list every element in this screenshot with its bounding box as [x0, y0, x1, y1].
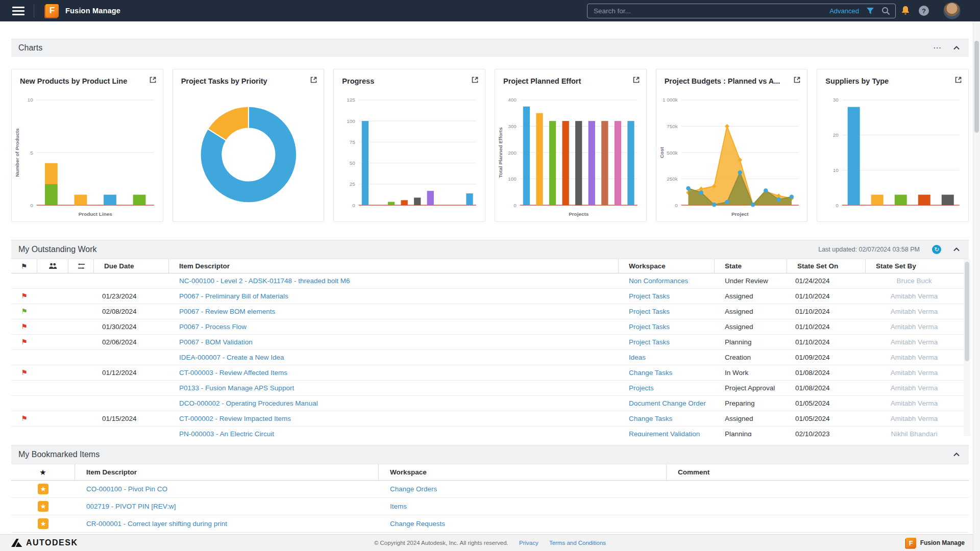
outstanding-table-row[interactable]: ⚑01/30/2024P0067 - Process FlowProject T… [11, 319, 969, 335]
item-link[interactable]: P0067 - Review BOM elements [179, 308, 275, 315]
workspace-link[interactable]: Change Tasks [629, 369, 672, 377]
expand-chart-icon[interactable] [793, 76, 801, 86]
workspace-link[interactable]: Non Conformances [629, 277, 688, 285]
filter-icon[interactable] [866, 7, 874, 15]
search-icon[interactable] [881, 7, 890, 15]
workspace-link[interactable]: Requirement Validation [629, 430, 700, 436]
notifications-bell-icon[interactable] [901, 6, 910, 16]
column-header-workspace[interactable]: Workspace [619, 259, 715, 273]
assignees-column-header[interactable] [37, 259, 68, 273]
workspace-link[interactable]: Change Requests [390, 520, 445, 528]
item-link[interactable]: CT-000003 - Review Affected Items [179, 369, 287, 377]
item-link[interactable]: P0067 - Preliminary Bill of Materials [179, 292, 288, 300]
escalation-column-header[interactable] [68, 259, 94, 273]
item-link[interactable]: CO-000100 - Pivot Pin CO [86, 485, 167, 493]
item-link[interactable]: P0133 - Fusion Manage APS Support [179, 384, 294, 392]
global-search-box[interactable]: Advanced [587, 4, 896, 18]
workspace-link[interactable]: Project Tasks [629, 323, 670, 331]
column-header-due-date[interactable]: Due Date [94, 259, 169, 273]
item-link[interactable]: PN-000003 - An Electric Circuit [179, 430, 274, 436]
assignees-cell [37, 335, 68, 349]
outstanding-table-row[interactable]: NC-000100 - Level 2 - ADSK-011748 - thre… [11, 273, 969, 289]
expand-chart-icon[interactable] [310, 76, 317, 86]
workspace-link[interactable]: Project Tasks [629, 292, 670, 300]
help-icon[interactable]: ? [919, 6, 929, 16]
column-header-state[interactable]: State [715, 259, 787, 273]
flag-column-header[interactable]: ⚑ [11, 259, 37, 273]
svg-text:Total Planned Efforts: Total Planned Efforts [498, 127, 503, 178]
column-header-workspace[interactable]: Workspace [379, 464, 667, 480]
column-header-item-descriptor[interactable]: Item Descriptor [75, 464, 379, 480]
item-descriptor-cell: CR-000001 - Correct layer shifting durin… [75, 520, 379, 528]
bookmark-star-icon[interactable]: ★ [38, 484, 48, 494]
bookmark-star-icon[interactable]: ★ [38, 501, 48, 512]
bookmark-table-row[interactable]: ★CR-000001 - Correct layer shifting duri… [11, 515, 969, 533]
column-header-item-descriptor[interactable]: Item Descriptor [169, 259, 619, 273]
item-descriptor-cell: P0067 - BOM Validation [169, 335, 619, 349]
expand-chart-icon[interactable] [471, 76, 479, 86]
advanced-search-link[interactable]: Advanced [829, 7, 859, 15]
outstanding-table-row[interactable]: ⚑02/06/2024P0067 - BOM ValidationProject… [11, 335, 969, 350]
svg-text:10: 10 [28, 97, 34, 103]
outstanding-table-row[interactable]: IDEA-000007 - Create a New IdeaIdeasCrea… [11, 350, 969, 365]
workspace-link[interactable]: Project Tasks [629, 308, 670, 315]
star-column-header[interactable]: ★ [11, 464, 75, 480]
collapse-charts-icon[interactable] [953, 46, 960, 50]
workspace-link[interactable]: Ideas [629, 354, 646, 361]
outstanding-table-row[interactable]: ⚑01/12/2024CT-000003 - Review Affected I… [11, 365, 969, 381]
refresh-icon[interactable]: ↻ [932, 245, 941, 254]
fusion-manage-logo-icon[interactable]: F [45, 4, 59, 17]
item-link[interactable]: NC-000100 - Level 2 - ADSK-011748 - thre… [179, 277, 350, 285]
workspace-link[interactable]: Items [390, 503, 407, 510]
workspace-link[interactable]: Project Tasks [629, 338, 670, 346]
collapse-outstanding-icon[interactable] [953, 247, 960, 252]
more-options-icon[interactable]: ⋯ [933, 45, 941, 51]
table-scrollbar[interactable] [964, 259, 970, 436]
item-link[interactable]: CT-000002 - Review Impacted Items [179, 415, 291, 422]
workspace-link[interactable]: Document Change Order [629, 399, 706, 407]
svg-text:75: 75 [350, 139, 356, 145]
expand-chart-icon[interactable] [632, 76, 640, 86]
chart-title: Project Budgets : Planned vs A... [656, 69, 807, 88]
column-header-comment[interactable]: Comment [667, 464, 952, 480]
hamburger-menu-icon[interactable] [12, 7, 24, 15]
table-scrollbar-thumb[interactable] [965, 262, 969, 361]
column-header-state-set-by[interactable]: State Set By [866, 259, 963, 273]
workspace-link[interactable]: Change Tasks [629, 415, 672, 422]
outstanding-table-row[interactable]: ⚑02/08/2024P0067 - Review BOM elementsPr… [11, 304, 969, 319]
expand-chart-icon[interactable] [954, 76, 962, 86]
outstanding-table-row[interactable]: P0133 - Fusion Manage APS SupportProject… [11, 381, 969, 396]
search-input[interactable] [594, 7, 829, 15]
bookmark-star-icon[interactable]: ★ [38, 518, 48, 529]
chart-title: Progress [334, 69, 485, 88]
column-header-state-set-on[interactable]: State Set On [787, 259, 866, 273]
item-link[interactable]: DCO-000002 - Operating Procedures Manual [179, 399, 318, 407]
page-scrollbar[interactable] [973, 21, 980, 551]
red-flag-icon: ⚑ [21, 368, 28, 377]
workspace-link[interactable]: Change Orders [390, 485, 437, 493]
state-set-on-cell: 01/09/2024 [787, 350, 866, 365]
page-scrollbar-thumb[interactable] [974, 41, 979, 133]
due-date-cell: 02/08/2024 [94, 304, 169, 319]
terms-link[interactable]: Terms and Conditions [549, 540, 606, 546]
privacy-link[interactable]: Privacy [519, 540, 538, 546]
item-link[interactable]: CR-000001 - Correct layer shifting durin… [86, 520, 227, 528]
user-avatar[interactable] [943, 2, 961, 19]
item-link[interactable]: P0067 - Process Flow [179, 323, 247, 331]
collapse-bookmarks-icon[interactable] [953, 453, 960, 457]
escalation-cell [68, 319, 94, 334]
item-link[interactable]: 002719 - PIVOT PIN [REV:w] [86, 503, 176, 510]
item-link[interactable]: IDEA-000007 - Create a New Idea [179, 354, 284, 361]
item-link[interactable]: P0067 - BOM Validation [179, 338, 253, 346]
due-date-cell [94, 381, 169, 395]
outstanding-table-row[interactable]: DCO-000002 - Operating Procedures Manual… [11, 396, 969, 411]
workspace-link[interactable]: Projects [629, 384, 654, 392]
svg-text:0: 0 [30, 203, 33, 208]
outstanding-table-row[interactable]: ⚑01/15/2024CT-000002 - Review Impacted I… [11, 411, 969, 427]
outstanding-table-row[interactable]: PN-000003 - An Electric CircuitRequireme… [11, 427, 969, 436]
expand-chart-icon[interactable] [149, 76, 157, 86]
chart-title: Project Planned Effort [495, 69, 646, 88]
bookmark-table-row[interactable]: ★CO-000100 - Pivot Pin COChange Orders [11, 481, 969, 498]
outstanding-table-row[interactable]: ⚑01/23/2024P0067 - Preliminary Bill of M… [11, 289, 969, 304]
bookmark-table-row[interactable]: ★002719 - PIVOT PIN [REV:w]Items [11, 498, 969, 515]
